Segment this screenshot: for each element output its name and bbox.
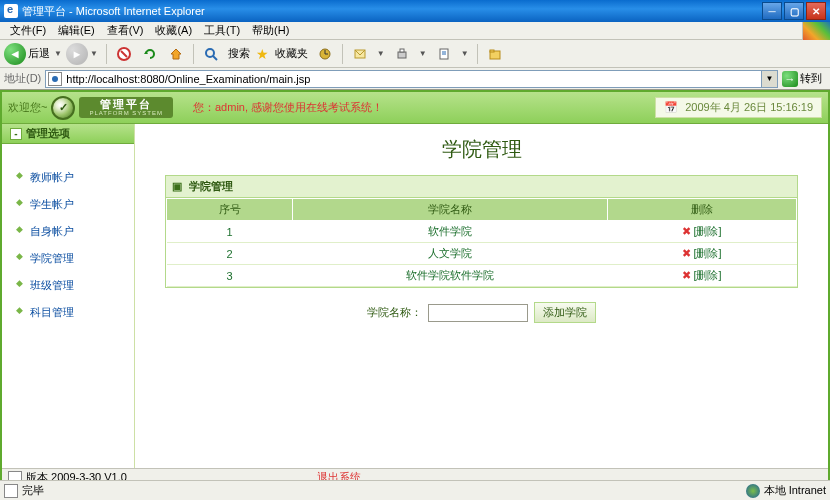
x-icon: ✖ <box>682 247 691 259</box>
edit-button[interactable] <box>433 43 455 65</box>
menu-tools[interactable]: 工具(T) <box>198 23 246 38</box>
page-icon <box>48 72 62 86</box>
cell-no: 2 <box>167 243 293 265</box>
cell-del: ✖[删除] <box>608 243 797 265</box>
sidebar-title[interactable]: - 管理选项 <box>2 124 134 144</box>
collapse-icon[interactable]: - <box>10 128 22 140</box>
ie-statusbar: 完毕 本地 Intranet <box>0 480 830 500</box>
menu-view[interactable]: 查看(V) <box>101 23 150 38</box>
menu-fav[interactable]: 收藏(A) <box>149 23 198 38</box>
calendar-icon: 📅 <box>664 101 678 113</box>
close-button[interactable]: ✕ <box>806 2 826 20</box>
sidebar-item-subject[interactable]: 科目管理 <box>2 299 134 326</box>
panel-header: ▣ 学院管理 <box>166 176 797 198</box>
svg-line-5 <box>213 56 217 60</box>
th-no: 序号 <box>167 199 293 221</box>
sidebar-item-teacher[interactable]: 教师帐户 <box>2 164 134 191</box>
cell-name: 人文学院 <box>293 243 608 265</box>
sidebar-item-student[interactable]: 学生帐户 <box>2 191 134 218</box>
search-icon[interactable] <box>200 43 222 65</box>
toolbar: ◄ 后退 ▼ ► ▼ 搜索 ★ 收藏夹 ▼ ▼ ▼ <box>0 40 830 68</box>
back-button[interactable]: ◄ <box>4 43 26 65</box>
sidebar-item-class[interactable]: 班级管理 <box>2 272 134 299</box>
zone-text: 本地 Intranet <box>764 483 826 498</box>
back-dropdown[interactable]: ▼ <box>52 49 64 58</box>
forward-dropdown[interactable]: ▼ <box>88 49 100 58</box>
college-name-label: 学院名称： <box>367 305 422 320</box>
app-subtitle: PLATFORM SYSTEM <box>89 110 163 116</box>
header-message: 您：admin, 感谢您使用在线考试系统！ <box>193 100 383 115</box>
delete-link[interactable]: [删除] <box>693 225 721 237</box>
add-college-button[interactable]: 添加学院 <box>534 302 596 323</box>
stop-button[interactable] <box>113 43 135 65</box>
addressbar: 地址(D) http://localhost:8080/Online_Exami… <box>0 68 830 90</box>
window-titlebar: 管理平台 - Microsoft Internet Explorer ─ ▢ ✕ <box>0 0 830 22</box>
refresh-button[interactable] <box>139 43 161 65</box>
cell-name: 软件学院软件学院 <box>293 265 608 287</box>
sidebar-item-college[interactable]: 学院管理 <box>2 245 134 272</box>
go-label: 转到 <box>800 71 822 86</box>
back-label[interactable]: 后退 <box>26 46 52 61</box>
svg-rect-16 <box>490 50 494 52</box>
sidebar-item-self[interactable]: 自身帐户 <box>2 218 134 245</box>
search-label[interactable]: 搜索 <box>226 46 252 61</box>
ie-icon <box>4 4 18 18</box>
address-dropdown[interactable]: ▼ <box>762 70 778 88</box>
print-dropdown[interactable]: ▼ <box>417 49 429 58</box>
svg-rect-10 <box>398 52 406 58</box>
address-label: 地址(D) <box>4 71 45 86</box>
address-input[interactable]: http://localhost:8080/Online_Examination… <box>45 70 762 88</box>
zone-icon <box>746 484 760 498</box>
sidebar-title-text: 管理选项 <box>26 126 70 141</box>
app-header: 欢迎您~ 管理平台 PLATFORM SYSTEM 您：admin, 感谢您使用… <box>2 92 828 124</box>
welcome-text: 欢迎您~ <box>8 100 47 115</box>
folder-button[interactable] <box>484 43 506 65</box>
edit-dropdown[interactable]: ▼ <box>459 49 471 58</box>
cell-del: ✖[删除] <box>608 265 797 287</box>
x-icon: ✖ <box>682 225 691 237</box>
header-datetime: 📅 2009年 4月 26日 15:16:19 <box>655 97 822 118</box>
favorites-icon[interactable]: ★ <box>256 46 269 62</box>
print-button[interactable] <box>391 43 413 65</box>
cell-name: 软件学院 <box>293 221 608 243</box>
menu-edit[interactable]: 编辑(E) <box>52 23 101 38</box>
windows-logo-icon <box>802 22 830 40</box>
svg-point-4 <box>206 49 214 57</box>
cell-no: 3 <box>167 265 293 287</box>
sidebar: - 管理选项 教师帐户 学生帐户 自身帐户 学院管理 班级管理 科目管理 <box>2 124 135 468</box>
book-icon: ▣ <box>172 180 182 192</box>
minimize-button[interactable]: ─ <box>762 2 782 20</box>
x-icon: ✖ <box>682 269 691 281</box>
svg-marker-3 <box>171 49 181 59</box>
app-body: - 管理选项 教师帐户 学生帐户 自身帐户 学院管理 班级管理 科目管理 学院管… <box>2 124 828 468</box>
table-row: 3 软件学院软件学院 ✖[删除] <box>167 265 797 287</box>
favorites-label[interactable]: 收藏夹 <box>273 46 310 61</box>
table-row: 1 软件学院 ✖[删除] <box>167 221 797 243</box>
page-title: 学院管理 <box>165 136 798 163</box>
go-button[interactable]: → 转到 <box>778 71 826 87</box>
menu-help[interactable]: 帮助(H) <box>246 23 295 38</box>
mail-dropdown[interactable]: ▼ <box>375 49 387 58</box>
go-arrow-icon: → <box>782 71 798 87</box>
history-button[interactable] <box>314 43 336 65</box>
app-title-text: 管理平台 <box>100 99 152 110</box>
menubar: 文件(F) 编辑(E) 查看(V) 收藏(A) 工具(T) 帮助(H) <box>0 22 830 40</box>
th-del: 删除 <box>608 199 797 221</box>
status-page-icon <box>4 484 18 498</box>
delete-link[interactable]: [删除] <box>693 269 721 281</box>
add-college-form: 学院名称： 添加学院 <box>232 302 732 323</box>
datetime-text: 2009年 4月 26日 15:16:19 <box>685 101 813 113</box>
mail-button[interactable] <box>349 43 371 65</box>
menu-file[interactable]: 文件(F) <box>4 23 52 38</box>
delete-link[interactable]: [删除] <box>693 247 721 259</box>
window-title: 管理平台 - Microsoft Internet Explorer <box>22 4 205 19</box>
maximize-button[interactable]: ▢ <box>784 2 804 20</box>
table-row: 2 人文学院 ✖[删除] <box>167 243 797 265</box>
college-name-input[interactable] <box>428 304 528 322</box>
cell-no: 1 <box>167 221 293 243</box>
forward-button[interactable]: ► <box>66 43 88 65</box>
panel-title-text: 学院管理 <box>189 180 233 192</box>
home-button[interactable] <box>165 43 187 65</box>
svg-rect-11 <box>400 49 404 52</box>
panel-college: ▣ 学院管理 序号 学院名称 删除 1 软件学院 <box>165 175 798 288</box>
